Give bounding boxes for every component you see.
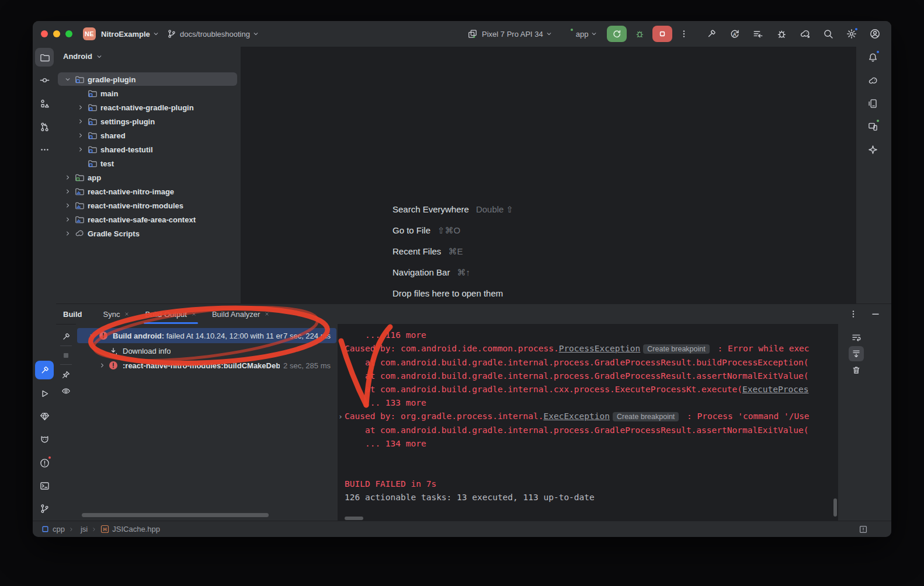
run-more-options-button[interactable] [676,26,692,42]
chevron-right-icon [91,526,97,532]
build-hammer-button[interactable] [703,26,720,42]
chevron-down-icon[interactable] [590,30,598,37]
run-config-name[interactable]: app [576,30,589,39]
profile-button[interactable] [867,26,883,42]
expand-chevron-icon[interactable]: › [338,410,343,423]
gradle-elephant-tool-button[interactable] [863,71,882,90]
project-tree-item-main[interactable]: main [56,86,238,100]
project-tree-item-settings-plugin[interactable]: settings-plugin [56,114,238,128]
build-hammer-icon [706,29,717,39]
breadcrumb-item[interactable]: HJSICache.hpp [100,525,160,533]
project-selector[interactable]: NE NitroExample [83,21,159,47]
structure-tool-button[interactable] [35,94,54,113]
more-tools-tool-button[interactable] [35,140,54,159]
minimize-window-button[interactable] [53,30,60,37]
badge-dot [876,50,880,54]
project-tree-item-react-native-safe-area-context[interactable]: react-native-safe-area-context [56,212,238,226]
device-manager-tool-button[interactable] [863,94,882,113]
git-branch-tool-button[interactable] [35,499,54,518]
stop-app-button[interactable] [652,26,672,42]
build-hammer-tool-button[interactable] [35,361,54,379]
gradle-sync-button[interactable] [797,26,813,42]
project-view-selector[interactable]: Android [63,52,103,61]
vcs-branch-selector[interactable]: docs/troubleshooting [167,21,259,47]
scroll-to-end-button[interactable] [849,346,864,361]
build-tool-window: Build SyncBuild OutputBuild Analyzer Bui… [56,304,891,522]
shortcut-label: Navigation Bar [392,267,450,277]
app-insights-gem-tool-button[interactable] [35,407,54,425]
project-tree-item-shared-testutil[interactable]: shared-testutil [56,142,238,156]
build-row-label-bold: Build android: [113,332,164,340]
build-tree-row[interactable]: Download info [76,344,338,358]
stacktrace-link[interactable]: ProcessException [559,344,641,353]
close-icon[interactable] [264,311,270,317]
stop-square-button[interactable] [59,348,73,362]
project-folder-tool-button[interactable] [35,48,54,67]
close-window-button[interactable] [41,30,48,37]
notifications-bell-tool-button[interactable] [863,48,882,67]
apply-code-changes-icon [753,29,763,39]
soft-wrap-button[interactable] [849,330,864,345]
hide-icon [871,309,880,319]
terminal-tool-button[interactable] [35,476,54,495]
chevron-down-icon[interactable] [546,30,553,37]
tree-item-label: react-native-nitro-image [88,187,174,196]
tab-build-analyzer[interactable]: Build Analyzer [212,304,270,324]
attach-debugger-button[interactable] [773,26,790,42]
project-tree-item-react-native-gradle-plugin[interactable]: react-native-gradle-plugin [56,100,238,114]
device-manager-icon [868,99,878,109]
pin-button[interactable] [59,368,73,382]
horizontal-scrollbar[interactable] [82,513,269,517]
debug-app-button[interactable] [631,26,648,42]
logcat-cat-tool-button[interactable] [35,430,54,449]
create-breakpoint-hint[interactable]: Create breakpoint [643,344,709,354]
problems-tool-button[interactable] [35,454,54,472]
clear-all-button[interactable] [849,362,864,378]
hide-button[interactable] [869,308,882,320]
close-icon[interactable] [191,311,197,317]
stacktrace-link[interactable]: ExecException [543,411,610,421]
device-name[interactable]: Pixel 7 Pro API 34 [482,30,543,39]
tree-item-label: test [100,159,114,168]
run-play-tool-button[interactable] [35,384,54,403]
stacktrace-link[interactable]: ExecuteProces [742,385,809,394]
tab-sync[interactable]: Sync [103,304,130,324]
project-tree-item-shared[interactable]: shared [56,128,238,142]
project-tree-item-gradle-plugin[interactable]: gradle-plugin [56,72,238,86]
rerun-tests-button[interactable]: A [727,26,743,42]
vertical-scrollbar[interactable] [833,498,837,517]
rerun-app-button[interactable] [607,26,627,42]
more-vertical-button[interactable] [847,308,860,320]
settings-button[interactable] [843,26,860,42]
running-devices-tool-button[interactable] [863,117,882,135]
module-folder-icon [88,145,97,154]
project-tree-item-Gradle Scripts[interactable]: Gradle Scripts [56,226,238,240]
rebuild-hammer-button[interactable] [59,330,73,344]
build-tree-row[interactable]: :react-native-nitro-modules:buildCMakeDe… [76,358,338,372]
console-text: at com.android.build.gradle.internal.cxx… [345,385,742,394]
console-text: Caused by: org.gradle.process.internal. [345,411,543,421]
project-tree-item-react-native-nitro-image[interactable]: react-native-nitro-image [56,184,238,198]
gemini-sparkle-tool-button[interactable] [863,140,882,159]
create-breakpoint-hint[interactable]: Create breakpoint [613,412,679,421]
chevron-right-icon [99,362,106,369]
tab-build-output[interactable]: Build Output [145,304,197,324]
apply-code-changes-button[interactable] [750,26,766,42]
build-console[interactable]: ... 116 moreCaused by: com.android.ide.c… [338,324,838,522]
close-icon[interactable] [124,311,130,317]
project-tree-item-react-native-nitro-modules[interactable]: react-native-nitro-modules [56,198,238,212]
preview-eye-button[interactable] [59,384,73,398]
project-tree-item-app[interactable]: app [56,170,238,184]
svg-text:A: A [733,32,737,37]
pull-requests-tool-button[interactable] [35,117,54,136]
build-tree-row[interactable]: Build android: failed At 14.10.24, 12:00… [76,328,338,343]
structure-icon [40,99,50,109]
commit-tool-button[interactable] [35,71,54,89]
console-horizontal-scrollbar[interactable] [345,517,363,520]
breadcrumb-item[interactable]: cpp [41,525,65,533]
search-button[interactable] [820,26,836,42]
status-notifications-button[interactable] [855,521,871,538]
maximize-window-button[interactable] [65,30,72,37]
breadcrumb-item[interactable]: jsi [78,525,88,533]
project-tree-item-test[interactable]: test [56,156,238,170]
